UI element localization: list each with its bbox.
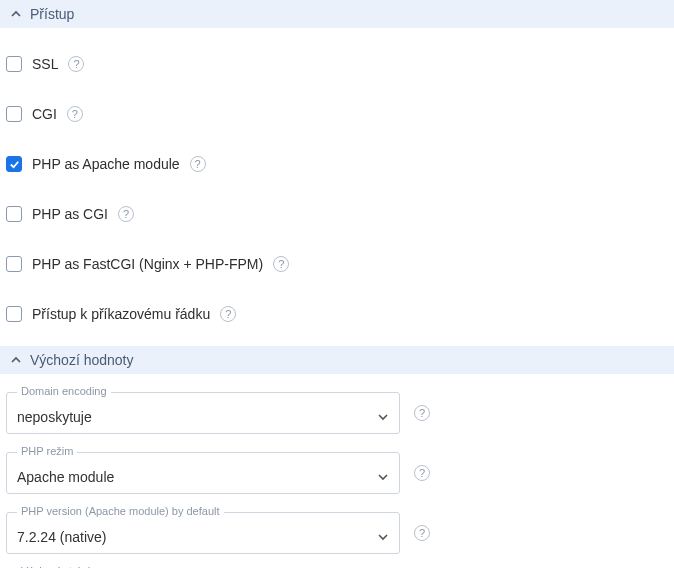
help-icon[interactable]: ? (273, 256, 289, 272)
checkbox-cgi[interactable] (6, 106, 22, 122)
checkbox-label: CGI (32, 106, 57, 122)
checkbox-label: PHP as Apache module (32, 156, 180, 172)
chevron-down-icon (377, 411, 389, 423)
checkbox-row-php-fastcgi: PHP as FastCGI (Nginx + PHP-FPM) ? (0, 246, 674, 282)
select-php-mode[interactable]: PHP režim Apache module (6, 452, 400, 494)
checkbox-row-cgi: CGI ? (0, 96, 674, 132)
help-icon[interactable]: ? (68, 56, 84, 72)
section-title: Přístup (30, 6, 74, 22)
help-icon[interactable]: ? (414, 525, 430, 541)
checkbox-label: SSL (32, 56, 58, 72)
checkbox-cmdline[interactable] (6, 306, 22, 322)
access-options: SSL ? CGI ? PHP as Apache module ? PHP a… (0, 46, 674, 332)
checkbox-label: Přístup k příkazovému řádku (32, 306, 210, 322)
field-row-php-mode: PHP režim Apache module ? (6, 452, 668, 494)
select-php-version[interactable]: PHP version (Apache module) by default 7… (6, 512, 400, 554)
help-icon[interactable]: ? (414, 465, 430, 481)
section-header-access[interactable]: Přístup (0, 0, 674, 28)
field-label: PHP version (Apache module) by default (17, 505, 224, 517)
section-title: Výchozí hodnoty (30, 352, 134, 368)
field-value: Apache module (17, 469, 114, 485)
chevron-up-icon (10, 354, 22, 366)
chevron-down-icon (377, 531, 389, 543)
field-label: Domain encoding (17, 385, 111, 397)
field-row-php-version: PHP version (Apache module) by default 7… (6, 512, 668, 554)
checkbox-row-php-cgi: PHP as CGI ? (0, 196, 674, 232)
chevron-down-icon (377, 471, 389, 483)
help-icon[interactable]: ? (414, 405, 430, 421)
help-icon[interactable]: ? (190, 156, 206, 172)
chevron-up-icon (10, 8, 22, 20)
checkbox-php-fastcgi[interactable] (6, 256, 22, 272)
field-row-domain-encoding: Domain encoding neposkytuje ? (6, 392, 668, 434)
checkbox-label: PHP as CGI (32, 206, 108, 222)
field-value: 7.2.24 (native) (17, 529, 107, 545)
help-icon[interactable]: ? (220, 306, 236, 322)
checkbox-row-ssl: SSL ? (0, 46, 674, 82)
help-icon[interactable]: ? (67, 106, 83, 122)
checkbox-php-cgi[interactable] (6, 206, 22, 222)
help-icon[interactable]: ? (118, 206, 134, 222)
checkbox-row-cmdline: Přístup k příkazovému řádku ? (0, 296, 674, 332)
checkbox-php-apache[interactable] (6, 156, 22, 172)
field-label: PHP režim (17, 445, 77, 457)
checkbox-ssl[interactable] (6, 56, 22, 72)
select-domain-encoding[interactable]: Domain encoding neposkytuje (6, 392, 400, 434)
checkbox-row-php-apache: PHP as Apache module ? (0, 146, 674, 182)
defaults-fields: Domain encoding neposkytuje ? PHP režim … (0, 392, 674, 568)
checkbox-label: PHP as FastCGI (Nginx + PHP-FPM) (32, 256, 263, 272)
section-header-defaults[interactable]: Výchozí hodnoty (0, 346, 674, 374)
field-value: neposkytuje (17, 409, 92, 425)
